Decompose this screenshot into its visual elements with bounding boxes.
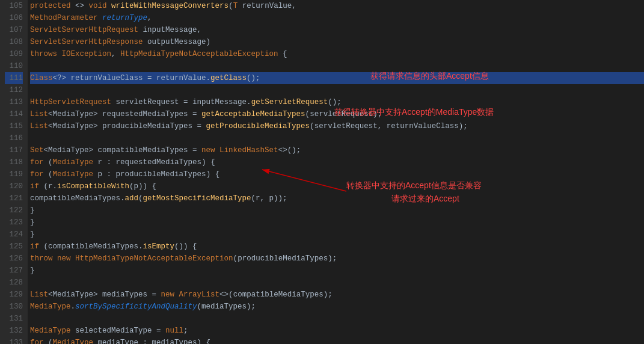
code-line-106: MethodParameter returnType, [30, 12, 644, 24]
code-line-115: List<MediaType> producibleMediaTypes = g… [30, 120, 644, 132]
code-lines[interactable]: protected <> void writeWithMessageConver… [28, 0, 644, 344]
code-line-111: ! Class<?> returnValueClass = returnValu… [30, 72, 644, 84]
code-line-120: if (r.isCompatibleWith(p)) { [30, 180, 644, 192]
code-line-113: HttpServletRequest servletRequest = inpu… [30, 96, 644, 108]
code-line-122: } [30, 204, 644, 217]
code-line-127: } [30, 265, 644, 277]
code-line-128 [30, 277, 644, 289]
code-editor: 1051061071081091101111121131141151161171… [0, 0, 644, 344]
code-line-118: for (MediaType r : requestedMediaTypes) … [30, 156, 644, 168]
code-line-117: Set<MediaType> compatibleMediaTypes = ne… [30, 144, 644, 156]
code-line-107: ServletServerHttpRequest inputMessage, [30, 24, 644, 36]
code-line-116 [30, 132, 644, 144]
line-numbers: 1051061071081091101111121131141151161171… [0, 0, 28, 344]
code-line-129: List<MediaType> mediaTypes = new ArrayLi… [30, 289, 644, 301]
code-line-108: ServletServerHttpResponse outputMessage) [30, 36, 644, 48]
code-line-105: protected <> void writeWithMessageConver… [30, 0, 644, 12]
code-line-121: compatibleMediaTypes.add(getMostSpecific… [30, 192, 644, 204]
code-line-125: if (compatibleMediaTypes.isEmpty()) { [30, 241, 644, 253]
code-line-130: MediaType.sortBySpecificityAndQuality(me… [30, 301, 644, 313]
code-line-112 [30, 84, 644, 96]
code-line-114: List<MediaType> requestedMediaTypes = ge… [30, 108, 644, 120]
code-line-124: } [30, 229, 644, 241]
code-line-131 [30, 313, 644, 325]
code-line-133: for (MediaType mediaType : mediaTypes) { [30, 337, 644, 344]
code-line-109: ▼ throws IOException, HttpMediaTypeNotAc… [30, 48, 644, 60]
code-line-119: for (MediaType p : producibleMediaTypes)… [30, 168, 644, 180]
code-line-126: throw new HttpMediaTypeNotAcceptableExce… [30, 253, 644, 265]
code-line-110 [30, 60, 644, 72]
code-line-123: } [30, 217, 644, 229]
code-line-132: MediaType selectedMediaType = null; [30, 325, 644, 337]
